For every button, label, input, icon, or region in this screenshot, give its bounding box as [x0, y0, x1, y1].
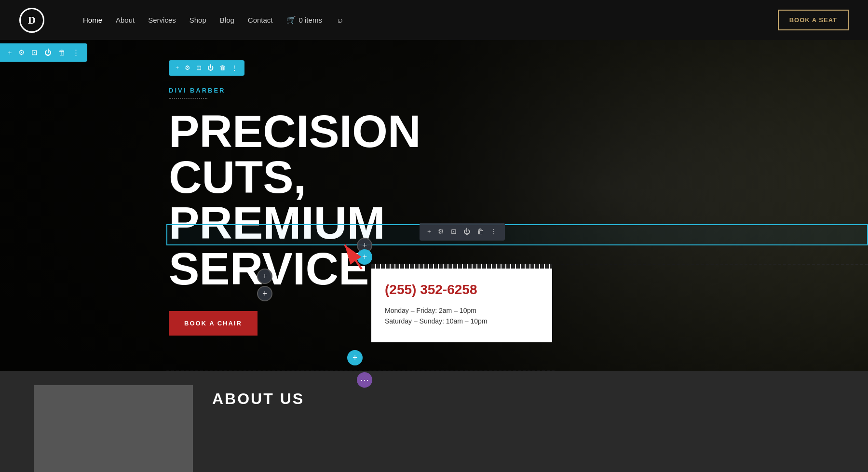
hero-subtitle: DIVI BARBER [169, 87, 868, 94]
hero-divider [169, 98, 207, 99]
business-hours: Monday – Friday: 2am – 10pm Saturday – S… [385, 305, 539, 327]
hero-section: + ⚙ ⊡ ⏻ 🗑 ⋮ DIVI BARBER PRECISION CUTS, … [0, 0, 868, 472]
add-row-2-button[interactable]: + [257, 286, 272, 301]
row-toolbar-duplicate-icon[interactable]: ⊡ [451, 228, 457, 236]
row-toolbar: + ⚙ ⊡ ⏻ 🗑 ⋮ [420, 223, 505, 241]
row-toolbar-disable-icon[interactable]: ⏻ [463, 228, 470, 236]
book-seat-button[interactable]: BOOK A SEAT [778, 10, 849, 30]
hours-weekend: Saturday – Sunday: 10am – 10pm [385, 316, 539, 326]
cart-count: 0 items [299, 16, 322, 24]
toolbar-disable-icon[interactable]: ⏻ [44, 49, 52, 57]
nav-cart[interactable]: 🛒 0 items [286, 15, 322, 25]
nav-search[interactable]: ⌕ [336, 15, 343, 25]
mod-toolbar-more-icon[interactable]: ⋮ [231, 64, 238, 72]
nav-item-shop[interactable]: Shop [190, 16, 206, 25]
svg-line-1 [345, 245, 362, 269]
site-logo[interactable]: D [19, 8, 44, 33]
add-row-1-button[interactable]: + [257, 269, 272, 284]
row-highlight [166, 224, 868, 245]
nav-item-home[interactable]: Home [83, 16, 102, 25]
mod-toolbar-add-icon[interactable]: + [176, 64, 179, 72]
about-text-area: ABOUT US [193, 385, 324, 413]
hours-weekdays: Monday – Friday: 2am – 10pm [385, 305, 539, 316]
toolbar-settings-icon[interactable]: ⚙ [18, 48, 25, 57]
about-title: ABOUT US [212, 390, 304, 408]
row-toolbar-more-icon[interactable]: ⋮ [490, 228, 497, 236]
nav-item-blog[interactable]: Blog [220, 16, 234, 25]
navbar: D Home About Services Shop Blog Contact [0, 0, 868, 40]
section-toolbar: + ⚙ ⊡ ⏻ 🗑 ⋮ [0, 43, 87, 62]
nav-menu: Home About Services Shop Blog Contact 🛒 … [83, 15, 343, 25]
arrow-indicator [335, 235, 374, 276]
info-card-bar [371, 264, 552, 269]
info-card-body: (255) 352-6258 Monday – Friday: 2am – 10… [371, 269, 552, 342]
row-toolbar-add-icon[interactable]: + [427, 228, 431, 236]
mod-toolbar-delete-icon[interactable]: 🗑 [219, 64, 226, 72]
row-toolbar-settings-icon[interactable]: ⚙ [438, 228, 444, 236]
mod-toolbar-duplicate-icon[interactable]: ⊡ [196, 64, 202, 72]
book-chair-button[interactable]: BOOK A CHAIR [169, 311, 258, 336]
toolbar-delete-icon[interactable]: 🗑 [58, 49, 66, 57]
cart-icon: 🛒 [286, 15, 296, 25]
mod-toolbar-disable-icon[interactable]: ⏻ [207, 64, 214, 72]
nav-item-services[interactable]: Services [148, 16, 176, 25]
nav-item-contact[interactable]: Contact [248, 16, 273, 25]
add-bottom-purple-button[interactable]: ⋯ [357, 372, 372, 388]
toolbar-add-icon[interactable]: + [8, 49, 12, 57]
about-image [34, 385, 193, 472]
info-card: (255) 352-6258 Monday – Friday: 2am – 10… [371, 264, 552, 342]
nav-item-about[interactable]: About [116, 16, 135, 25]
search-icon[interactable]: ⌕ [338, 15, 343, 25]
phone-number[interactable]: (255) 352-6258 [385, 282, 539, 297]
toolbar-more-icon[interactable]: ⋮ [72, 48, 80, 57]
about-section: ABOUT US [0, 371, 868, 472]
add-row-bottom-button[interactable]: + [347, 350, 363, 365]
module-toolbar: + ⚙ ⊡ ⏻ 🗑 ⋮ [169, 60, 244, 76]
mod-toolbar-settings-icon[interactable]: ⚙ [185, 64, 190, 72]
row-toolbar-delete-icon[interactable]: 🗑 [477, 228, 484, 236]
toolbar-duplicate-icon[interactable]: ⊡ [31, 48, 38, 57]
